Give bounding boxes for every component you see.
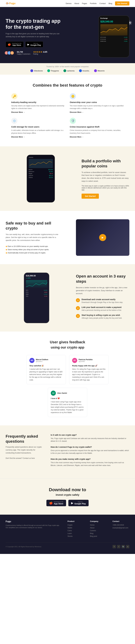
google-play-button[interactable]: ▶ Get it on Google Play <box>25 42 43 48</box>
apple-dl-icon: 🍎 <box>49 501 53 505</box>
footer-home-link[interactable]: Home <box>90 524 107 526</box>
instagram-icon[interactable]: 📷 <box>121 545 125 548</box>
facebook-icon[interactable]: f <box>117 545 120 548</box>
user-count: 64,739 Happy Customers <box>17 51 30 55</box>
feature-cold-storage: ❄️ Cold storage for most users A cold wa… <box>11 118 65 138</box>
step-1: 1 Download and create account easily Dow… <box>76 298 129 304</box>
nav-portfolio[interactable]: Portfolio <box>90 2 97 4</box>
footer-wallet-link[interactable]: Wallet <box>68 527 84 529</box>
review-2-name: Patricia Perbitto <box>79 358 93 360</box>
footer-brand: Fugu Cryptocurrency trading is offered t… <box>6 520 62 538</box>
step-2-content: Link your bank account & make a payment … <box>82 306 122 312</box>
feature-title-insurance: Crime insurance against theft <box>70 126 124 128</box>
discover-cold[interactable]: Discover More <box>11 136 25 138</box>
download-google-play-button[interactable]: ▶ Get it on Google Play <box>68 500 89 506</box>
footer-email: example@gmail.com <box>112 527 129 529</box>
faq-section: Frequently asked questions Frequently as… <box>0 426 135 478</box>
get-started-button[interactable]: Get Started <box>115 2 129 6</box>
app-store-button[interactable]: 🍎 Download on the App Store <box>6 42 24 48</box>
footer-blog-link[interactable]: Blog <box>90 532 107 534</box>
feature-desc-ownership: The most reliable way to prove ownership… <box>70 104 124 110</box>
safe-image: ▶ <box>76 219 129 256</box>
step-2: 2 Link your bank account & make a paymen… <box>76 306 129 312</box>
account-title: Open an account in 3 easy steps <box>76 274 129 284</box>
feature-insurance: 🛡️ Crime insurance against theft Crime i… <box>70 118 124 138</box>
footer-product-title: Product <box>68 520 84 522</box>
account-phone-change: +2.45% <box>26 278 47 279</box>
portfolio-phone-container: Markets Bitcoin$28,540 Ethereum$1,842 Ri… <box>6 155 76 202</box>
footer-contact-title: Contact <box>112 520 129 522</box>
avatar-3: C <box>10 51 14 55</box>
faq-a-2: Once you've approved a connection reques… <box>51 449 129 454</box>
review-1-text: I started with the Fugu app and now I am… <box>29 368 63 381</box>
nav-about[interactable]: About <box>74 2 79 4</box>
download-sub: invest crypto safely <box>6 494 129 496</box>
hero-phone-container: ✳ Exchange $28,540.00 BTC/USD+2.4% ETH/U… <box>98 16 129 58</box>
twitter-icon[interactable]: 𝕏 <box>112 545 116 548</box>
footer-stocks-link[interactable]: Stocks <box>68 535 84 537</box>
safe-list: Earn a 10-100% bonus on your weekly roun… <box>6 245 59 254</box>
discover-insurance[interactable]: Discover More <box>70 136 84 138</box>
portfolio-title: Build a portfolio with popular coins <box>82 158 129 169</box>
footer-coins-link[interactable]: Coins <box>68 530 84 532</box>
download-app-store-button[interactable]: 🍎 Download on the App Store <box>46 500 66 506</box>
feature-title-cold: Cold storage for most users <box>11 126 65 128</box>
footer-contact: Contact +000-234-6534 example@gmail.com <box>112 520 129 538</box>
google-play-dl-label: Google Play <box>74 502 86 505</box>
nav-contact[interactable]: Contact <box>99 2 106 4</box>
brand-waverio: Waverio <box>94 69 105 72</box>
brand-dot-4 <box>79 69 82 72</box>
phone-chart <box>100 24 127 36</box>
portfolio-cta-button[interactable]: Get Started <box>82 194 99 199</box>
footer-product: Product Crypto Wallet Coins Learn Stocks <box>68 520 84 538</box>
bnb-val: +0.8% <box>124 40 127 42</box>
review-1: MD Marcel Daflem @myflem Very satisfied … <box>27 355 66 384</box>
faq-item-1: Is it safe to use crypto app? Yes, Fugu … <box>51 434 129 442</box>
nav-links: Demos About Pages Portfolio Contact Blog… <box>66 2 129 6</box>
review-2-text: Here, I'm rating the Fugu crypto app and… <box>72 368 106 381</box>
brand-dot-2 <box>47 69 50 72</box>
features-title: Combines the best features of crypto <box>6 83 129 88</box>
nav-blog[interactable]: Blog <box>108 2 112 4</box>
footer-about-link[interactable]: About <box>90 527 107 529</box>
review-3-author: AZ Alex Zanini <box>51 390 84 396</box>
discover-ownership[interactable]: Discover More <box>70 111 84 113</box>
play-button[interactable]: ▶ <box>99 234 106 241</box>
footer-learn-link[interactable]: Learn <box>68 532 84 534</box>
google-dl-icon: ▶ <box>71 501 73 505</box>
footer-social: 𝕏 f 📷 in <box>112 545 129 548</box>
coin-eth: ETH/USD <box>100 38 106 40</box>
linkedin-icon[interactable]: in <box>126 545 129 548</box>
safe-desc: You can easily buy, sell, store, and tra… <box>6 233 59 242</box>
hero-stats: A B C 64,739 Happy Customers ★★★★★ 4.8/5… <box>6 51 65 55</box>
review-3: AZ Alex Zanini I love it ❤️ I have been … <box>48 388 87 417</box>
discover-security[interactable]: Discover More <box>11 111 25 113</box>
download-section: Download now to invest crypto safely 🍎 D… <box>0 478 135 515</box>
footer-blogpost-link[interactable]: Blog post <box>90 535 107 537</box>
hero-title: The crypto trading app for the next-gen <box>6 18 65 30</box>
account-coin-1: BTC+4.2% <box>26 290 47 291</box>
faq-desc: Frequently asked questions about our cry… <box>6 446 42 454</box>
download-label: Download on the <box>12 43 22 44</box>
feature-icon-insurance: 🛡️ <box>70 118 76 124</box>
step-3: 3 Start buying & selling crypto as you w… <box>76 314 129 319</box>
faq-a-1: Yes, Fugu crypto app and Coinbase are sa… <box>51 437 129 442</box>
account-coin-4: SOL-2.1% <box>26 296 47 297</box>
nav-demos[interactable]: Demos <box>66 2 71 4</box>
nav-pages[interactable]: Pages <box>82 2 87 4</box>
account-section: $18,599.50 +2.45% BTC+4.2% ETH-0.8% BNB+… <box>0 264 135 332</box>
account-phone-chart <box>26 280 47 288</box>
brand-dot-3 <box>63 69 66 72</box>
review-1-name: Marcel Daflem <box>36 358 48 360</box>
faq-item-2: How do I connect Fugu to my crypto walle… <box>51 446 129 454</box>
step-2-desc: Add a personal checking account at the b… <box>82 309 122 312</box>
app-store-dl-labels: Download on the App Store <box>54 501 63 505</box>
review-2-info: Patricia Perbitto @perfitto <box>79 358 93 362</box>
eth-val: -1.2% <box>124 38 127 40</box>
faq-q-1: Is it safe to use crypto app? <box>51 434 129 436</box>
user-avatars: A B C <box>6 51 14 55</box>
footer-careers-link[interactable]: Careers <box>90 530 107 532</box>
footer-crypto-link[interactable]: Crypto <box>68 524 84 526</box>
hero-subtitle: Fugu is the app that gives you access to… <box>6 32 65 38</box>
google-play-label: Google Play <box>31 44 41 46</box>
